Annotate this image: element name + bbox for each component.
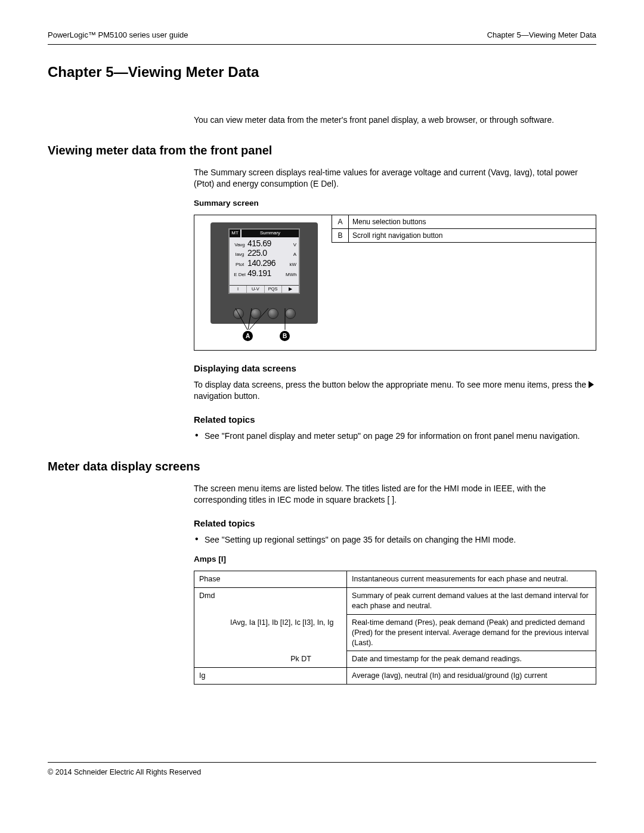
subhead-related-1: Related topics <box>194 414 596 426</box>
displaying-data-paragraph: To display data screens, press the butto… <box>194 379 596 402</box>
amps-table: Phase Instantaneous current measurements… <box>194 571 596 685</box>
page-header: PowerLogic™ PM5100 series user guide Cha… <box>48 30 596 45</box>
summary-screen-figure: MT Summary Vavg415.69V Iavg225.0A Ptot14… <box>194 215 596 351</box>
header-right: Chapter 5—Viewing Meter Data <box>487 30 596 41</box>
header-left: PowerLogic™ PM5100 series user guide <box>48 30 188 41</box>
section-screens-title: Meter data display screens <box>48 459 596 475</box>
section-frontpanel-title: Viewing meter data from the front panel <box>48 143 596 159</box>
legend-val-a: Menu selection buttons <box>349 215 596 229</box>
callout-badge-b: B <box>280 331 290 341</box>
figure-caption: Summary screen <box>194 198 596 209</box>
figure-legend-table: AMenu selection buttons BScroll right na… <box>332 215 596 243</box>
legend-key-a: A <box>332 215 349 229</box>
screen-softkey-bar: I U-V PQS ▶ <box>230 285 299 293</box>
screen-title: Summary <box>242 230 299 237</box>
intro-paragraph: You can view meter data from the meter's… <box>194 114 596 126</box>
copyright: © 2014 Schneider Electric All Rights Res… <box>48 768 201 776</box>
legend-key-b: B <box>332 229 349 243</box>
subhead-related-2: Related topics <box>194 518 596 529</box>
table-row: Ig Average (Iavg), neutral (In) and resi… <box>194 668 596 685</box>
callout-badge-a: A <box>243 331 253 341</box>
subhead-displaying-data: Displaying data screens <box>194 363 596 374</box>
svg-line-2 <box>249 308 268 330</box>
related-item: See "Setting up regional settings" on pa… <box>194 534 596 546</box>
legend-val-b: Scroll right navigation button <box>349 229 596 243</box>
frontpanel-paragraph: The Summary screen displays real-time va… <box>194 167 596 190</box>
table-row: Pk DT Date and timestamp for the peak de… <box>194 651 596 668</box>
table-caption-amps: Amps [I] <box>194 554 596 565</box>
meter-screen: MT Summary Vavg415.69V Iavg225.0A Ptot14… <box>228 228 300 294</box>
related-item: See "Front panel display and meter setup… <box>194 431 596 442</box>
table-row: Dmd Summary of peak current demand value… <box>194 588 596 615</box>
screen-rows: Vavg415.69V Iavg225.0A Ptot140.296kW E D… <box>230 237 299 278</box>
screen-corner-label: MT <box>230 230 240 237</box>
page-footer: © 2014 Schneider Electric All Rights Res… <box>48 762 596 778</box>
table-row: IAvg, Ia [I1], Ib [I2], Ic [I3], In, Ig … <box>194 614 596 651</box>
screens-paragraph: The screen menu items are listed below. … <box>194 483 596 506</box>
figure-callouts: A B <box>203 326 326 345</box>
chapter-title: Chapter 5—Viewing Meter Data <box>48 63 596 82</box>
table-row: Phase Instantaneous current measurements… <box>194 571 596 588</box>
related-list-2: See "Setting up regional settings" on pa… <box>194 534 596 546</box>
play-right-icon <box>589 381 594 388</box>
callout-lines-icon <box>203 302 322 338</box>
svg-line-1 <box>248 308 252 330</box>
related-list-1: See "Front panel display and meter setup… <box>194 431 596 442</box>
svg-line-0 <box>236 308 247 330</box>
